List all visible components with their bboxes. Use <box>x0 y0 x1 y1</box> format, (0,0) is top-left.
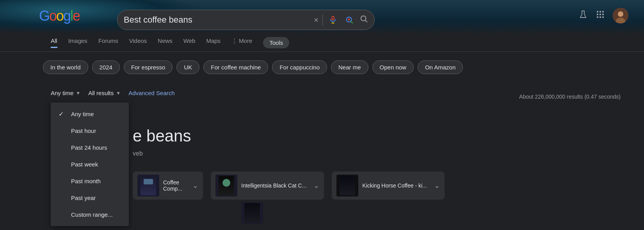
svg-rect-15 <box>597 16 598 18</box>
dropdown-item-label: Past 24 hours <box>71 144 107 151</box>
dropdown-item-past-24-hours[interactable]: ✓ Past 24 hours <box>51 139 129 156</box>
dropdown-item-past-week[interactable]: ✓ Past week <box>51 156 129 173</box>
image-search-button[interactable] <box>343 14 356 26</box>
chip-for-espresso[interactable]: For espresso <box>124 60 173 74</box>
svg-rect-17 <box>602 16 604 18</box>
tab-videos[interactable]: Videos <box>129 37 147 48</box>
results-filter-dropdown[interactable]: All results ▼ <box>88 90 121 96</box>
chip-on-amazon[interactable]: On Amazon <box>418 60 463 74</box>
dropdown-item-any-time[interactable]: ✓ Any time <box>51 106 129 122</box>
product-card-3[interactable]: Kicking Horse Coffee - ki... ⌄ <box>332 172 444 200</box>
page-subtext: veb <box>133 150 143 157</box>
results-filter-label: All results <box>88 90 114 96</box>
time-filter-dropdown[interactable]: Any time ▼ <box>51 90 80 96</box>
product-expand-3[interactable]: ⌄ <box>434 181 440 190</box>
svg-rect-0 <box>332 16 334 20</box>
dropdown-item-label: Any time <box>71 111 94 117</box>
chip-for-coffee-machine[interactable]: For coffee machine <box>203 60 268 74</box>
avatar[interactable] <box>613 8 628 23</box>
dropdown-item-label: Past month <box>71 178 101 184</box>
google-logo[interactable]: Google <box>39 8 80 24</box>
page-heading: e beans <box>133 127 191 145</box>
product-card-2[interactable]: Intelligentsia Black Cat C... ⌄ <box>211 172 324 200</box>
results-count: About 226,000,000 results (0.47 seconds) <box>519 94 621 100</box>
chip-in-the-world[interactable]: In the world <box>43 60 88 74</box>
svg-rect-16 <box>600 16 601 18</box>
product-card-1[interactable]: Coffee Comp... ⌄ <box>133 172 203 200</box>
tab-news[interactable]: News <box>158 37 173 48</box>
svg-rect-13 <box>600 14 601 15</box>
svg-rect-9 <box>597 11 598 12</box>
clear-search-icon[interactable]: × <box>314 16 318 25</box>
search-input[interactable]: Best coffee beans <box>124 15 310 25</box>
search-submit-icon[interactable] <box>359 14 368 25</box>
search-divider <box>322 14 323 25</box>
labs-icon[interactable] <box>578 10 588 21</box>
tab-web[interactable]: Web <box>183 37 196 48</box>
tools-row: Any time ▼ All results ▼ Advanced Search <box>51 90 175 96</box>
chip-open-now[interactable]: Open now <box>372 60 414 74</box>
time-filter-menu: ✓ Any time ✓ Past hour ✓ Past 24 hours ✓… <box>51 103 129 226</box>
checkmark-placeholder: ✓ <box>59 194 66 202</box>
product-name-3: Kicking Horse Coffee - ki... <box>362 182 427 189</box>
chip-2024[interactable]: 2024 <box>92 60 120 74</box>
product-cards: Coffee Comp... ⌄ Intelligentsia Black Ca… <box>133 172 445 200</box>
advanced-search-link[interactable]: Advanced Search <box>128 90 174 96</box>
tab-maps[interactable]: Maps <box>206 37 221 48</box>
voice-search-button[interactable] <box>327 14 339 26</box>
product-name-2: Intelligentsia Black Cat C... <box>241 182 306 189</box>
nav-separator <box>0 51 644 52</box>
svg-line-5 <box>351 21 353 23</box>
nav-tabs: All Images Forums Videos News Web Maps ⋮… <box>51 37 289 48</box>
results-filter-arrow: ▼ <box>116 90 121 96</box>
product-thumb-row2-1 <box>241 202 263 224</box>
svg-rect-14 <box>602 14 604 15</box>
chip-uk[interactable]: UK <box>176 60 199 74</box>
svg-rect-11 <box>602 11 604 12</box>
checkmark-placeholder: ✓ <box>59 161 66 168</box>
svg-rect-10 <box>600 11 601 12</box>
product-thumb-2 <box>215 175 237 196</box>
checkmark-placeholder: ✓ <box>59 127 66 134</box>
svg-line-7 <box>365 20 367 22</box>
chip-near-me[interactable]: Near me <box>331 60 368 74</box>
dropdown-item-label: Past year <box>71 195 96 201</box>
svg-point-19 <box>618 11 623 17</box>
product-expand-2[interactable]: ⌄ <box>313 181 319 190</box>
product-name-1: Coffee Comp... <box>163 179 185 192</box>
top-right-actions <box>578 8 628 23</box>
checkmark-placeholder: ✓ <box>59 144 66 151</box>
tab-forums[interactable]: Forums <box>98 37 118 48</box>
time-filter-arrow: ▼ <box>76 90 80 96</box>
checkmark-placeholder: ✓ <box>59 177 66 185</box>
checkmark-placeholder: ✓ <box>59 211 66 218</box>
search-bar[interactable]: Best coffee beans × <box>117 10 375 30</box>
tools-button[interactable]: Tools <box>263 37 289 48</box>
tab-all[interactable]: All <box>51 37 57 48</box>
dropdown-item-past-year[interactable]: ✓ Past year <box>51 189 129 206</box>
svg-point-4 <box>348 18 350 21</box>
tab-more[interactable]: ⋮ More <box>231 37 252 48</box>
filter-chips: In the world 2024 For espresso UK For co… <box>43 60 463 74</box>
dropdown-item-past-hour[interactable]: ✓ Past hour <box>51 122 129 139</box>
svg-rect-12 <box>597 14 598 15</box>
tab-images[interactable]: Images <box>68 37 87 48</box>
dropdown-item-custom-range[interactable]: ✓ Custom range... <box>51 206 129 223</box>
dropdown-item-label: Past week <box>71 161 98 168</box>
dropdown-item-label: Custom range... <box>71 211 113 218</box>
checkmark-icon: ✓ <box>59 110 66 118</box>
chip-for-cappuccino[interactable]: For cappuccino <box>272 60 327 74</box>
apps-icon[interactable] <box>596 10 605 21</box>
dropdown-item-label: Past hour <box>71 127 96 134</box>
dropdown-item-past-month[interactable]: ✓ Past month <box>51 173 129 189</box>
product-thumb-3 <box>336 175 358 196</box>
product-cards-row2 <box>241 202 644 224</box>
product-expand-1[interactable]: ⌄ <box>192 181 198 190</box>
product-thumb-1 <box>137 175 159 196</box>
time-filter-label: Any time <box>51 90 73 96</box>
